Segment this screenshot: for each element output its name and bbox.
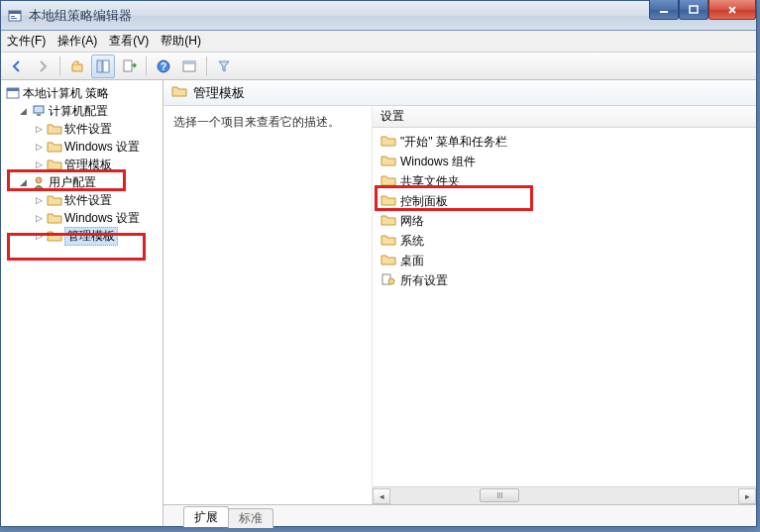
folder-icon — [171, 84, 187, 101]
folder-icon — [380, 154, 396, 170]
svg-rect-12 — [183, 61, 195, 64]
folder-icon — [380, 134, 396, 151]
up-button[interactable] — [65, 54, 89, 78]
filter-button[interactable] — [212, 54, 236, 78]
tree-item-admin-templates-user[interactable]: ▷ 管理模板 — [1, 227, 163, 245]
svg-rect-16 — [37, 114, 41, 116]
expand-icon[interactable]: ▷ — [33, 141, 45, 153]
menu-help[interactable]: 帮助(H) — [161, 33, 201, 50]
svg-rect-5 — [690, 6, 698, 13]
svg-point-17 — [36, 177, 42, 183]
menu-action[interactable]: 操作(A) — [57, 33, 97, 50]
tree-pane: 本地计算机 策略 ◢ 计算机配置 — [1, 80, 163, 526]
list-item-control-panel[interactable]: 控制面板 — [373, 191, 756, 211]
user-icon — [31, 174, 47, 190]
app-window: 本地组策略编辑器 文件(F) 操作(A) 查看(V) 帮助(H) — [0, 0, 757, 527]
folder-icon — [380, 233, 396, 250]
toolbar-separator — [59, 56, 60, 76]
svg-point-19 — [388, 278, 394, 284]
svg-rect-8 — [124, 60, 132, 71]
folder-icon — [47, 121, 62, 137]
folder-icon — [380, 193, 396, 210]
settings-list: "开始" 菜单和任务栏 Windows 组件 共享文件夹 控制面板 — [373, 128, 756, 486]
tree-item-windows-settings[interactable]: ▷ Windows 设置 — [1, 138, 163, 156]
horizontal-scrollbar[interactable]: ◂ ▸ — [373, 486, 756, 504]
tree-user-config[interactable]: ◢ 用户配置 — [1, 173, 163, 191]
detail-body: 选择一个项目来查看它的描述。 设置 "开始" 菜单和任务栏 Windows 组件 — [163, 106, 756, 504]
list-item-all-settings[interactable]: 所有设置 — [373, 270, 756, 290]
properties-button[interactable] — [177, 54, 201, 78]
scroll-thumb[interactable] — [480, 488, 519, 502]
svg-rect-6 — [97, 60, 102, 72]
forward-button[interactable] — [31, 54, 54, 78]
scroll-left-button[interactable]: ◂ — [373, 488, 390, 504]
svg-rect-1 — [9, 11, 21, 14]
close-button[interactable] — [708, 0, 756, 20]
tab-standard[interactable]: 标准 — [228, 508, 273, 528]
svg-rect-7 — [103, 60, 109, 72]
tab-extended[interactable]: 扩展 — [183, 506, 229, 527]
tree-item-admin-templates-pc[interactable]: ▷ 管理模板 — [1, 156, 163, 173]
show-tree-button[interactable] — [91, 54, 115, 78]
list-item[interactable]: 网络 — [373, 211, 756, 231]
list-item[interactable]: "开始" 菜单和任务栏 — [373, 132, 756, 152]
view-tabs: 扩展 标准 — [163, 504, 756, 526]
folder-icon — [47, 210, 62, 226]
list-item[interactable]: Windows 组件 — [373, 152, 756, 171]
description-prompt: 选择一个项目来查看它的描述。 — [173, 115, 340, 129]
collapse-icon[interactable]: ◢ — [17, 105, 29, 117]
expand-icon[interactable]: ▷ — [33, 123, 45, 135]
list-column-header[interactable]: 设置 — [373, 106, 756, 128]
minimize-button[interactable] — [649, 0, 679, 20]
list-item[interactable]: 共享文件夹 — [373, 171, 756, 191]
export-button[interactable] — [117, 54, 141, 78]
svg-rect-15 — [34, 106, 44, 113]
folder-icon — [380, 253, 396, 269]
window-controls — [649, 0, 756, 22]
settings-list-column: 设置 "开始" 菜单和任务栏 Windows 组件 — [372, 106, 756, 504]
menu-file[interactable]: 文件(F) — [7, 33, 46, 50]
scroll-track[interactable] — [390, 488, 738, 504]
svg-rect-3 — [11, 18, 17, 19]
collapse-icon[interactable]: ◢ — [17, 176, 29, 188]
svg-text:?: ? — [161, 61, 166, 72]
app-icon — [7, 8, 23, 24]
expand-icon[interactable]: ▷ — [33, 230, 45, 242]
main-area: 本地计算机 策略 ◢ 计算机配置 — [1, 80, 756, 526]
svg-rect-14 — [7, 88, 19, 91]
toolbar-separator — [206, 56, 207, 76]
content-pane: 管理模板 选择一个项目来查看它的描述。 设置 "开始" 菜单和任务栏 — [163, 80, 756, 526]
menu-view[interactable]: 查看(V) — [109, 33, 149, 50]
tree-item-software-settings[interactable]: ▷ 软件设置 — [1, 120, 163, 138]
description-column: 选择一个项目来查看它的描述。 — [163, 106, 372, 504]
titlebar[interactable]: 本地组策略编辑器 — [1, 1, 756, 31]
tree-item-windows-settings-user[interactable]: ▷ Windows 设置 — [1, 209, 163, 227]
folder-icon — [47, 228, 62, 244]
svg-rect-2 — [11, 16, 15, 17]
tree-root[interactable]: 本地计算机 策略 — [1, 84, 163, 102]
policy-icon — [5, 85, 21, 101]
help-button[interactable]: ? — [152, 54, 175, 78]
back-button[interactable] — [5, 54, 29, 78]
folder-icon — [47, 157, 62, 172]
tree-computer-config[interactable]: ◢ 计算机配置 — [1, 102, 163, 120]
toolbar-separator — [146, 56, 147, 76]
maximize-button[interactable] — [679, 0, 708, 20]
expand-icon[interactable]: ▷ — [33, 194, 45, 206]
scroll-right-button[interactable]: ▸ — [738, 488, 756, 504]
folder-icon — [380, 173, 396, 190]
settings-icon — [380, 272, 396, 289]
list-item[interactable]: 系统 — [373, 231, 756, 251]
list-item[interactable]: 桌面 — [373, 251, 756, 270]
folder-icon — [380, 213, 396, 230]
folder-icon — [47, 139, 62, 155]
tree-item-software-settings-user[interactable]: ▷ 软件设置 — [1, 191, 163, 209]
expand-icon[interactable]: ▷ — [33, 159, 45, 170]
detail-header: 管理模板 — [163, 80, 756, 106]
svg-rect-4 — [660, 11, 668, 13]
expand-icon[interactable]: ▷ — [33, 212, 45, 224]
toolbar: ? — [1, 53, 756, 80]
window-title: 本地组策略编辑器 — [29, 7, 132, 25]
folder-icon — [47, 192, 62, 208]
menubar: 文件(F) 操作(A) 查看(V) 帮助(H) — [1, 31, 756, 53]
